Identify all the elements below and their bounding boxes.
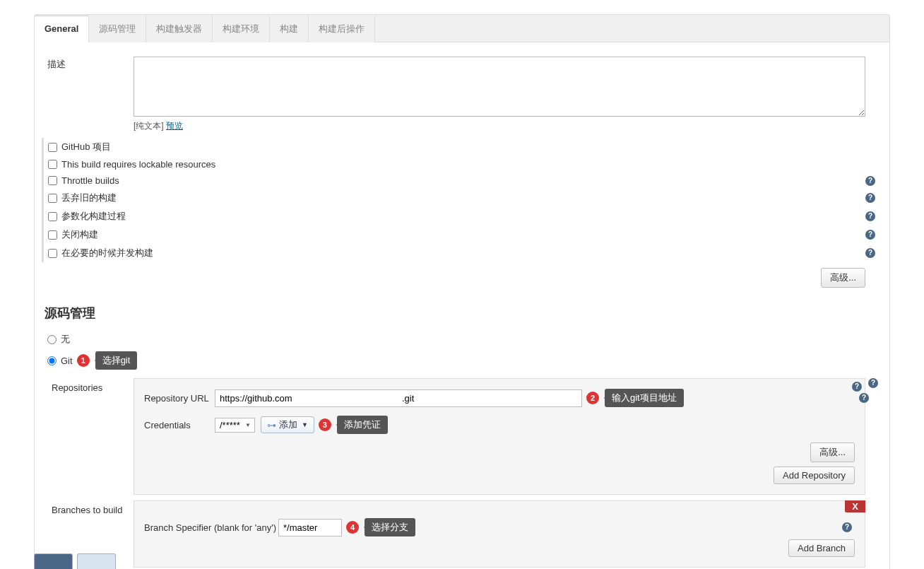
tab-triggers[interactable]: 构建触发器 [146, 16, 213, 42]
checkbox-throttle[interactable] [48, 176, 57, 185]
annotation-tip-3: 添加凭证 [337, 416, 388, 434]
annotation-badge-1: 1 [77, 354, 90, 367]
label-scm-none: 无 [61, 333, 70, 346]
label-discard-old: 丢弃旧的构建 [61, 192, 117, 204]
help-icon[interactable]: ? [868, 378, 878, 388]
preview-link[interactable]: 预览 [166, 121, 183, 131]
credentials-label: Credentials [144, 420, 215, 430]
tab-build[interactable]: 构建 [270, 16, 309, 42]
repositories-label: Repositories [42, 378, 134, 495]
checkbox-parameterized[interactable] [48, 212, 57, 221]
help-icon[interactable]: ? [865, 193, 875, 203]
label-scm-git: Git [61, 356, 73, 366]
branches-panel: X Branch Specifier (blank for 'any') 4 选… [134, 500, 865, 568]
repository-url-input[interactable] [215, 389, 582, 407]
checkbox-lockable[interactable] [48, 160, 57, 169]
help-icon[interactable]: ? [842, 522, 852, 532]
radio-scm-git[interactable] [47, 356, 57, 365]
tab-source[interactable]: 源码管理 [89, 16, 146, 42]
label-disable-build: 关闭构建 [61, 228, 98, 241]
credentials-select[interactable]: /***** [215, 418, 255, 433]
branch-specifier-label: Branch Specifier (blank for 'any') [144, 522, 278, 533]
label-throttle: Throttle builds [61, 175, 119, 186]
description-label: 描述 [42, 57, 134, 71]
label-github-project: GitHub 项目 [61, 141, 111, 153]
help-icon[interactable]: ? [865, 176, 875, 186]
advanced-button[interactable]: 高级... [821, 268, 865, 288]
help-icon[interactable]: ? [865, 211, 875, 221]
description-textarea[interactable] [134, 57, 865, 117]
footer-tabs [34, 553, 116, 569]
help-icon[interactable]: ? [865, 248, 875, 258]
annotation-tip-1: 选择git [95, 351, 138, 370]
repositories-panel: ? Repository URL 2 输入git项目地址 ? Credentia… [134, 378, 865, 495]
footer-tab-2[interactable] [77, 553, 116, 569]
checkbox-concurrent[interactable] [48, 249, 57, 258]
config-tabs: General 源码管理 构建触发器 构建环境 构建 构建后操作 [34, 14, 890, 42]
remove-branch-button[interactable]: X [845, 500, 865, 512]
description-hint: [纯文本] 预览 [134, 120, 865, 132]
branch-specifier-input[interactable] [278, 519, 342, 536]
key-icon: ⊶ [267, 420, 276, 430]
checkbox-discard-old[interactable] [48, 194, 57, 203]
add-repository-button[interactable]: Add Repository [774, 467, 855, 484]
tab-env[interactable]: 构建环境 [213, 16, 270, 42]
general-section: 描述 [纯文本] 预览 GitHub 项目 This build require… [34, 42, 890, 569]
repository-url-label: Repository URL [144, 393, 215, 404]
add-credential-button[interactable]: ⊶ 添加 ▼ [261, 416, 314, 433]
annotation-tip-2: 输入git项目地址 [605, 389, 684, 407]
tab-general[interactable]: General [35, 16, 89, 42]
add-branch-button[interactable]: Add Branch [788, 539, 855, 557]
label-lockable: This build requires lockable resources [61, 159, 215, 170]
chevron-down-icon: ▼ [302, 421, 308, 428]
checkbox-github-project[interactable] [48, 143, 57, 152]
checkbox-disable-build[interactable] [48, 230, 57, 240]
annotation-badge-3: 3 [319, 418, 331, 431]
footer-tab-1[interactable] [34, 553, 73, 569]
repo-advanced-button[interactable]: 高级... [810, 442, 855, 462]
scm-section-title: 源码管理 [45, 305, 882, 322]
radio-scm-none[interactable] [47, 335, 57, 344]
annotation-badge-2: 2 [586, 392, 599, 404]
annotation-badge-4: 4 [346, 521, 359, 534]
label-concurrent: 在必要的时候并发构建 [61, 247, 153, 259]
help-icon[interactable]: ? [859, 393, 869, 403]
annotation-tip-4: 选择分支 [365, 518, 415, 536]
tab-post[interactable]: 构建后操作 [309, 16, 375, 42]
label-parameterized: 参数化构建过程 [61, 210, 126, 223]
help-icon[interactable]: ? [865, 230, 875, 240]
